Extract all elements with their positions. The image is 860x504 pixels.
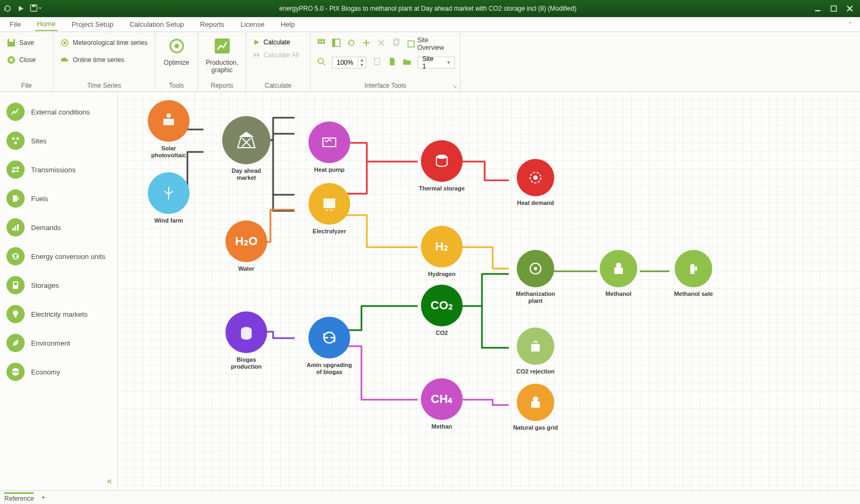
sidebar-item-storages[interactable]: Storages (0, 271, 117, 300)
node-methanol[interactable]: Methanol (589, 250, 648, 297)
tab-file[interactable]: File (7, 18, 23, 30)
window-title: energyPRO 5.0 - PtX Biogas to methanol p… (42, 5, 814, 12)
svg-rect-31 (15, 226, 17, 231)
svg-rect-2 (815, 10, 820, 11)
svg-point-35 (13, 310, 18, 316)
group-label-timeseries: Time Series (60, 80, 148, 89)
svg-rect-34 (13, 285, 18, 288)
document-icon[interactable] (388, 57, 396, 68)
sidebar-item-fuels[interactable]: Fuels (0, 184, 117, 213)
svg-rect-24 (374, 58, 380, 65)
weather-icon (60, 38, 70, 48)
tab-calculation-setup[interactable]: Calculation Setup (127, 18, 186, 30)
dialog-launcher-icon[interactable]: ↘ (452, 83, 457, 89)
sidebar-item-environment[interactable]: Environment (0, 329, 117, 357)
node-solar[interactable]: Solarphotovoltaic (129, 100, 209, 159)
external-icon (6, 103, 25, 121)
minimize-icon[interactable] (814, 5, 821, 12)
gear-icon (167, 36, 186, 56)
sidebar-item-sites[interactable]: Sites (0, 126, 117, 155)
collapse-ribbon-icon[interactable]: ⌃ (848, 21, 853, 28)
group-label-reports: Reports (205, 80, 239, 89)
node-h2[interactable]: H₂Hydrogen (410, 226, 474, 278)
node-wind[interactable]: Wind farm (129, 172, 209, 224)
reference-tab[interactable]: Reference (4, 492, 34, 502)
svg-point-10 (175, 44, 179, 48)
status-bar: Reference + (0, 490, 860, 504)
met-timeseries-button[interactable]: Meteorological time series (60, 36, 147, 49)
node-market[interactable]: Day aheadmarket (201, 116, 292, 181)
svg-point-40 (167, 113, 171, 118)
node-heat-demand[interactable]: Heat demand (503, 159, 568, 207)
layout-icon[interactable] (332, 39, 341, 49)
add-tab-button[interactable]: + (41, 494, 45, 501)
node-methanol-sale[interactable]: Methanol sale (661, 250, 726, 297)
node-thermal[interactable]: Thermal storage (399, 140, 485, 192)
sidebar-item-transmissions[interactable]: Transmissions (0, 155, 117, 184)
svg-point-25 (12, 138, 15, 140)
play-icon[interactable] (17, 5, 25, 12)
sidebar-item-external[interactable]: External conditions (0, 97, 117, 126)
node-amin[interactable]: Amin upgradingof biogas (289, 317, 369, 376)
calculate-button[interactable]: Calculate (253, 39, 299, 46)
conversion-icon (6, 247, 25, 265)
svg-rect-50 (695, 266, 697, 271)
storages-icon (6, 276, 25, 294)
tab-reports[interactable]: Reports (198, 18, 227, 30)
sidebar-item-elec-markets[interactable]: Electricity markets (0, 300, 117, 329)
node-biogas[interactable]: Biogasproduction (201, 311, 292, 370)
site-selector[interactable]: Site 1▼ (418, 57, 455, 68)
optimize-button[interactable]: Optimize (159, 36, 194, 66)
collapse-sidebar-icon[interactable]: « (107, 476, 112, 486)
svg-rect-38 (12, 371, 19, 372)
svg-point-45 (533, 175, 538, 180)
svg-rect-42 (323, 198, 335, 208)
svg-rect-49 (690, 264, 695, 274)
zoom-icon[interactable] (317, 57, 326, 68)
diagram-canvas[interactable]: Solarphotovoltaic Wind farm Day aheadmar… (118, 92, 860, 490)
svg-rect-1 (32, 5, 35, 7)
sidebar-item-demands[interactable]: Demands (0, 213, 117, 242)
node-electrolyzer[interactable]: Electrolyzer (289, 183, 369, 235)
group-label-tools: Tools (162, 80, 191, 89)
svg-rect-32 (17, 224, 19, 231)
svg-point-8 (64, 42, 66, 44)
node-natural-gas[interactable]: Natural gas grid (503, 384, 568, 431)
save-dropdown-icon[interactable] (30, 4, 42, 13)
refresh-icon[interactable] (3, 4, 12, 13)
tab-license[interactable]: License (238, 18, 267, 30)
sidebar: External conditions Sites Transmissions … (0, 92, 118, 490)
svg-rect-52 (531, 401, 540, 408)
node-ch4[interactable]: CH₄Methan (410, 378, 474, 430)
node-co2-rejection[interactable]: CO2 rejection (503, 327, 568, 375)
node-co2[interactable]: CO₂CO2 (410, 285, 474, 337)
tab-help[interactable]: Help (278, 18, 297, 30)
online-timeseries-button[interactable]: Online time series (60, 54, 147, 66)
calculate-all-button[interactable]: Calculate All (253, 51, 299, 59)
close-button[interactable]: Close (6, 54, 36, 66)
maximize-icon[interactable] (830, 5, 838, 12)
reload-icon[interactable] (347, 39, 356, 49)
svg-point-43 (436, 155, 447, 159)
close-icon[interactable] (846, 5, 854, 12)
sidebar-item-economy[interactable]: Economy (0, 357, 117, 386)
tab-home[interactable]: Home (35, 18, 58, 31)
fuels-icon (6, 189, 25, 208)
folder-icon[interactable] (403, 57, 411, 68)
sidebar-item-energy-conversion[interactable]: Energy conversion units (0, 242, 117, 271)
save-button[interactable]: Save (6, 36, 36, 49)
svg-rect-3 (831, 6, 836, 11)
svg-rect-13 (320, 39, 322, 41)
production-graphic-button[interactable]: Production, graphic (200, 36, 244, 74)
chart-icon (213, 36, 232, 56)
add-icon[interactable] (362, 39, 371, 49)
node-water[interactable]: H₂OWater (201, 220, 292, 272)
site-overview-button[interactable]: Site Overview (407, 36, 455, 51)
node-meth-plant[interactable]: Methanizationplant (503, 250, 568, 304)
tab-project-setup[interactable]: Project Setup (70, 18, 116, 30)
grid-icon[interactable] (317, 39, 326, 49)
zoom-input[interactable]: 100%▲▼ (332, 57, 366, 68)
svg-point-48 (616, 263, 621, 268)
node-heatpump[interactable]: Heat pump (289, 121, 369, 173)
svg-rect-47 (614, 268, 623, 274)
